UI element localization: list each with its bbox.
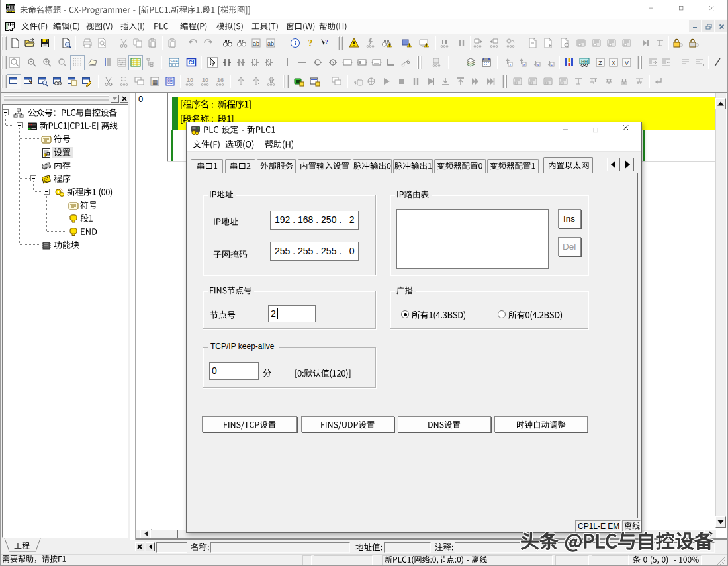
svg-text:SMA: SMA	[170, 59, 178, 63]
svg-text:16: 16	[217, 77, 224, 83]
svg-text:HH: HH	[581, 59, 588, 64]
svg-text:ab: ab	[253, 40, 259, 47]
svg-text:CI: CI	[189, 59, 195, 66]
svg-text:10: 10	[187, 77, 193, 83]
svg-text:?: ?	[308, 38, 313, 48]
svg-text:10: 10	[202, 77, 208, 83]
svg-text:v: v	[537, 62, 539, 66]
svg-text:z: z	[510, 62, 512, 66]
svg-text:Z: Z	[598, 60, 602, 66]
svg-text:X: X	[612, 60, 615, 66]
svg-text:x: x	[523, 62, 525, 66]
svg-text:ab: ab	[267, 40, 274, 47]
svg-text:V: V	[625, 60, 629, 66]
svg-text:002: 002	[167, 81, 173, 85]
svg-text:?: ?	[325, 38, 329, 46]
svg-text:▦: ▦	[152, 79, 158, 85]
